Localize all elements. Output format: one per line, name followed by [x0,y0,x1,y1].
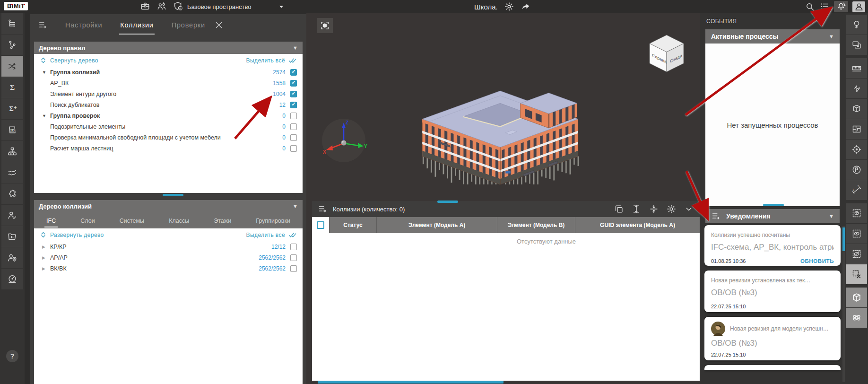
column-guid-a[interactable]: GUID элемента (Модель A) [575,217,700,233]
rules-tree-header[interactable]: Дерево правил ▼ [34,42,303,54]
panel-splitter[interactable] [163,194,183,196]
select-all-link[interactable]: Выделить всё [246,232,285,238]
user-profile-button[interactable] [852,1,865,12]
table-menu-icon[interactable] [318,204,328,214]
tab-collisions[interactable]: Коллизии [119,16,154,35]
table-splitter[interactable] [437,201,458,203]
rule-row[interactable]: Поиск дубликатов12 [34,99,303,110]
double-check-icon[interactable] [288,230,297,239]
drawings-2d-icon[interactable]: 2D [1,120,23,140]
rule-row[interactable]: Подозрительные элементы0 [34,121,303,132]
model-tree-icon[interactable] [1,13,23,34]
select-all-link[interactable]: Выделить всё [246,57,285,64]
tab-checks[interactable]: Проверки [171,16,206,35]
notification-card[interactable]: Коллизии успешно посчитаны IFC-схема, АР… [704,225,841,266]
collision-checkbox[interactable] [290,254,297,261]
viewport-horizontal-scrollbar[interactable] [318,381,503,384]
share-icon[interactable] [521,1,531,12]
axis-gizmo[interactable]: Z Y X [320,116,367,163]
list-view-icon[interactable] [819,1,830,12]
collision-tree-row[interactable]: ▶ВК/ВК2562/2562 [34,263,303,274]
tab-layers[interactable]: Слои [78,214,96,227]
clash-plane-icon[interactable] [846,79,867,98]
branch-icon[interactable] [1,35,23,55]
active-processes-header[interactable]: Активные процессы ▼ [705,29,840,44]
column-element-a[interactable]: Элемент (Модель A) [376,217,497,233]
hierarchy-icon[interactable] [1,141,23,162]
notifications-menu-icon[interactable] [711,211,721,221]
folder-export-icon[interactable] [1,226,23,247]
search-icon[interactable] [805,1,815,12]
tab-settings[interactable]: Настройки [64,16,103,35]
rule-checkbox[interactable] [290,134,297,141]
rule-row[interactable]: ▼Группа коллизий2574 [34,67,303,78]
column-element-b[interactable]: Элемент (Модель B) [497,217,575,233]
sum-plus-icon[interactable]: Σ+ [1,98,23,119]
expand-tree-icon[interactable] [40,231,47,238]
expand-caret-icon[interactable]: ▼ [42,113,50,118]
notification-card[interactable]: Новая ревизия для модели успешн… ОВ/ОВ (… [704,317,841,360]
notifications-header[interactable]: Уведомления ▼ [705,209,840,223]
double-check-icon[interactable] [288,56,297,65]
rule-checkbox[interactable] [290,113,297,119]
locate-icon[interactable] [846,140,867,159]
expand-tree-link[interactable]: Развернуть дерево [50,232,104,238]
notifications-scrollbar-thumb[interactable] [842,227,845,251]
rule-row[interactable]: Расчет марша лестниц0 [34,143,303,154]
isolate-icon[interactable] [846,203,867,223]
view-cube-icon[interactable] [846,288,867,307]
collapse-tree-link[interactable]: Свернуть дерево [50,57,98,64]
hide-icon[interactable] [846,244,867,264]
plugins-icon[interactable] [1,183,23,204]
tab-classes[interactable]: Классы [167,214,191,227]
notification-card-partial[interactable] [704,365,841,370]
panel-menu-icon[interactable] [38,20,48,30]
collision-checkbox[interactable] [290,265,297,272]
expand-caret-icon[interactable]: ▶ [42,255,50,260]
rule-checkbox[interactable] [290,102,297,108]
fit-view-button[interactable] [317,18,333,33]
rule-checkbox[interactable] [290,123,297,130]
collision-tree-row[interactable]: ▶АР/АР2562/2562 [34,252,303,263]
collision-tree-header[interactable]: Дерево коллизий ▼ [34,200,303,212]
collision-tree-row[interactable]: ▶КР/КР12/12 [34,241,303,252]
ruler-icon[interactable] [846,58,867,78]
dashboard-icon[interactable] [1,269,23,289]
rule-row[interactable]: Проверка минимальной свободной площади с… [34,132,303,143]
tab-floors[interactable]: Этажи [212,214,233,227]
refresh-link[interactable]: ОБНОВИТЬ [800,258,834,264]
rule-checkbox[interactable] [290,80,297,87]
help-button[interactable]: ? [6,350,18,362]
tab-systems[interactable]: Системы [118,214,146,227]
user-location-icon[interactable] [1,247,23,268]
events-splitter[interactable] [763,204,784,206]
notification-card[interactable]: Новая ревизия установлена как тек… ОВ/ОВ… [704,271,841,312]
show-icon[interactable] [846,224,867,244]
flag-icon[interactable] [846,160,867,180]
project-settings-icon[interactable] [504,1,514,12]
sum-icon[interactable]: Σ [1,77,23,98]
collision-checkbox[interactable] [290,244,297,250]
measure-icon[interactable]: 21 [846,180,867,200]
orbit-icon[interactable] [846,308,867,328]
fit-height-icon[interactable] [631,204,642,214]
expand-caret-icon[interactable]: ▶ [42,266,50,271]
expand-caret-icon[interactable]: ▼ [42,70,50,75]
tab-groupings[interactable]: Группировки [254,214,292,227]
rule-row[interactable]: Элемент внтури другого1004 [34,88,303,99]
column-status[interactable]: Статус [329,217,376,233]
building-model[interactable] [417,71,583,184]
table-settings-icon[interactable] [666,204,677,214]
floor-plan-icon[interactable] [846,119,867,139]
chevron-down-icon[interactable] [684,204,694,214]
selection-sets-icon[interactable] [846,35,867,55]
select-all-checkbox[interactable] [317,221,324,229]
charts-icon[interactable] [1,162,23,183]
clear-selection-icon[interactable] [846,264,867,284]
workspace-selector[interactable]: Базовое пространство [187,0,286,13]
rule-checkbox[interactable] [290,145,297,152]
tab-ifc[interactable]: IFC [44,214,58,227]
collapse-rows-icon[interactable] [649,204,659,214]
rule-checkbox[interactable] [290,91,297,97]
rule-row[interactable]: АР_ВК1558 [34,78,303,88]
